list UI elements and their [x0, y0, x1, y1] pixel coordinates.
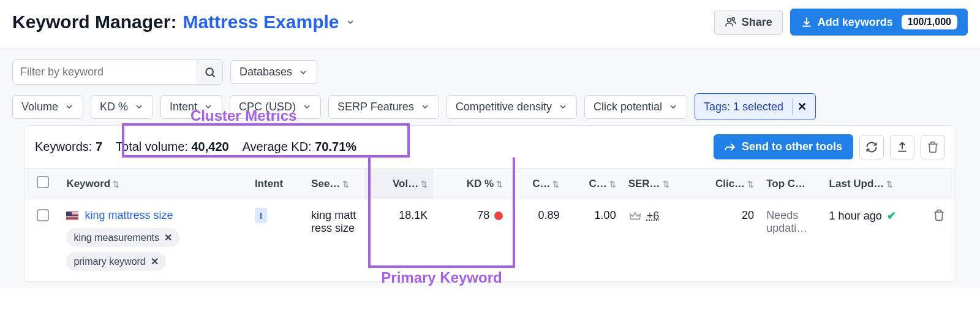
databases-filter[interactable]: Databases — [230, 60, 317, 84]
check-icon: ✔ — [887, 209, 896, 223]
col-serp[interactable]: SER… — [628, 178, 660, 189]
keyword-link[interactable]: king mattress size — [85, 209, 173, 222]
col-intent[interactable]: Intent — [255, 178, 283, 189]
col-kd[interactable]: KD % — [467, 178, 494, 189]
summary-metrics: Keywords: 7 Total volume: 40,420 Average… — [35, 140, 356, 154]
download-icon — [801, 16, 813, 28]
density-filter[interactable]: Competitive density — [447, 95, 577, 119]
send-to-tools-button[interactable]: Send to other tools — [714, 134, 853, 159]
sort-icon: ⇅ — [609, 180, 616, 189]
search-icon — [204, 66, 216, 78]
sort-icon: ⇅ — [663, 180, 669, 189]
people-icon — [725, 16, 737, 28]
sort-icon: ⇅ — [342, 180, 349, 189]
total-volume-value: 40,420 — [191, 140, 228, 153]
remove-tag-icon[interactable]: ✕ — [151, 256, 159, 267]
cpc-label: CPC (USD) — [239, 101, 296, 113]
list-name-label: Mattress Example — [183, 12, 339, 32]
title-prefix: Keyword Manager: — [12, 12, 176, 32]
serp-filter[interactable]: SERP Features — [328, 95, 439, 119]
click-label: Click potential — [594, 101, 662, 113]
results-panel: Cluster Metrics Keywords: 7 Total volume… — [24, 125, 956, 282]
col-click[interactable]: Clic… — [715, 178, 745, 189]
density-label: Competitive density — [456, 101, 552, 113]
chevron-down-icon — [420, 102, 430, 112]
clear-tags-button[interactable]: ✕ — [792, 99, 812, 115]
cpc-filter[interactable]: CPC (USD) — [230, 95, 321, 119]
delete-all-button[interactable] — [921, 135, 945, 159]
svg-point-2 — [206, 68, 213, 75]
tag-chip[interactable]: primary keyword✕ — [66, 252, 165, 271]
refresh-button[interactable] — [859, 135, 884, 159]
chevron-down-icon — [203, 102, 213, 112]
row-checkbox[interactable] — [37, 209, 49, 221]
col-seed[interactable]: See… — [311, 178, 340, 189]
select-all-checkbox[interactable] — [37, 176, 49, 188]
search-button[interactable] — [197, 60, 222, 84]
intent-filter[interactable]: Intent — [160, 95, 222, 119]
click-potential-value: 20 — [742, 209, 754, 221]
trash-icon — [933, 209, 945, 221]
panel-actions: Send to other tools — [714, 134, 945, 159]
keyword-tags: king measurements✕ primary keyword✕ — [66, 228, 242, 271]
header-actions: Share Add keywords 100/1,000 — [714, 9, 968, 36]
top-competitor-value: Needs updati… — [766, 209, 807, 234]
list-name-dropdown[interactable]: Mattress Example — [183, 12, 355, 32]
send-label: Send to other tools — [742, 140, 842, 153]
keyword-count-badge: 100/1,000 — [902, 15, 957, 29]
sort-icon: ⇅ — [552, 180, 559, 189]
page-title: Keyword Manager: Mattress Example — [12, 12, 355, 32]
page-header: Keyword Manager: Mattress Example Share … — [0, 0, 980, 48]
serp-label: SERP Features — [337, 101, 414, 113]
share-button[interactable]: Share — [714, 10, 783, 35]
kd-difficulty-dot — [494, 212, 503, 220]
keywords-table: Keyword⇅ Intent See…⇅ Vol…⇅ KD %⇅ C…⇅ C…… — [25, 168, 955, 281]
tags-label: Tags: 1 selected — [704, 101, 783, 113]
share-label: Share — [742, 16, 772, 29]
delete-row-button[interactable] — [933, 212, 945, 224]
intent-label: Intent — [170, 101, 197, 113]
kd-filter[interactable]: KD % — [91, 95, 153, 119]
col-cpc[interactable]: C… — [532, 178, 550, 189]
density-value: 1.00 — [595, 209, 616, 221]
avg-kd-value: 70.71% — [315, 140, 356, 153]
keywords-label: Keywords: — [35, 140, 92, 153]
add-keywords-button[interactable]: Add keywords 100/1,000 — [790, 9, 968, 36]
keywords-count: 7 — [96, 140, 102, 153]
add-keywords-label: Add keywords — [818, 16, 893, 29]
serp-features[interactable]: +6 — [628, 209, 660, 223]
trash-icon — [927, 141, 939, 153]
table-row: king mattress size king measurements✕ pr… — [25, 199, 955, 281]
tag-label: king measurements — [74, 232, 159, 243]
col-volume[interactable]: Vol… — [393, 178, 418, 189]
avg-kd-label: Average KD: — [243, 140, 312, 153]
tag-chip[interactable]: king measurements✕ — [66, 228, 179, 247]
click-potential-filter[interactable]: Click potential — [584, 95, 687, 119]
seed-keyword: king mattress size — [311, 209, 356, 234]
volume-filter[interactable]: Volume — [12, 95, 83, 119]
tag-label: primary keyword — [74, 256, 145, 267]
chevron-down-icon — [558, 102, 568, 112]
export-button[interactable] — [890, 135, 914, 159]
col-updated[interactable]: Last Upd… — [829, 178, 884, 189]
chevron-down-icon — [298, 67, 308, 77]
intent-badge: I — [255, 208, 267, 223]
kd-label: KD % — [100, 101, 128, 113]
cpc-value: 0.89 — [538, 209, 559, 221]
col-density[interactable]: C… — [589, 178, 606, 189]
tags-filter-selected[interactable]: Tags: 1 selected ✕ — [695, 93, 816, 120]
col-keyword[interactable]: Keyword — [66, 178, 110, 189]
sort-icon: ⇅ — [496, 180, 503, 189]
remove-tag-icon[interactable]: ✕ — [164, 232, 172, 243]
volume-label: Volume — [21, 101, 58, 113]
chevron-down-icon — [345, 17, 355, 27]
chevron-down-icon — [668, 102, 678, 112]
search-input[interactable] — [13, 60, 197, 84]
serp-more-count[interactable]: +6 — [647, 210, 660, 223]
col-top-competitor[interactable]: Top C… — [766, 178, 805, 189]
chevron-down-icon — [64, 102, 74, 112]
arrow-right-icon — [725, 142, 736, 153]
sort-icon: ⇅ — [421, 180, 428, 189]
volume-value: 18.1K — [399, 209, 428, 221]
filter-toolbar: Databases Volume KD % Intent CPC (USD) S… — [0, 48, 980, 288]
